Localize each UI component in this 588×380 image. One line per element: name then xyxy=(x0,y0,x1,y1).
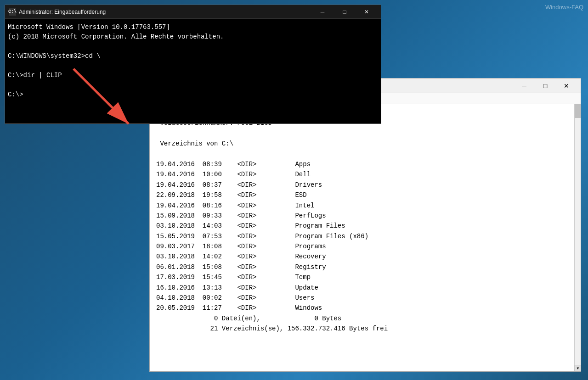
notepad-titlebar-buttons: ─ □ ✕ xyxy=(514,78,577,93)
notepad-content: Datenträger in Laufwerk C: ist OS Volume… xyxy=(150,104,574,371)
notepad-maximize-button[interactable]: □ xyxy=(535,78,556,93)
notepad-scrollbar[interactable]: ▲ ▼ xyxy=(574,104,581,371)
cmd-titlebar: C:\ Administrator: Eingabeaufforderung ─… xyxy=(5,5,381,19)
cmd-titlebar-buttons: ─ □ ✕ xyxy=(312,5,377,19)
cmd-icon: C:\ xyxy=(9,8,16,16)
cmd-title: Administrator: Eingabeaufforderung xyxy=(19,9,312,15)
cmd-window: C:\ Administrator: Eingabeaufforderung ─… xyxy=(5,5,381,124)
cmd-close-button[interactable]: ✕ xyxy=(356,5,377,19)
notepad-minimize-button[interactable]: ─ xyxy=(514,78,535,93)
cmd-maximize-button[interactable]: □ xyxy=(334,5,355,19)
cmd-minimize-button[interactable]: ─ xyxy=(312,5,333,19)
scrollbar-down-button[interactable]: ▼ xyxy=(575,365,581,371)
notepad-close-button[interactable]: ✕ xyxy=(556,78,577,93)
scrollbar-thumb[interactable] xyxy=(575,104,581,118)
notepad-body: Datenträger in Laufwerk C: ist OS Volume… xyxy=(150,104,581,371)
watermark-text: Windows-FAQ xyxy=(545,4,583,11)
cmd-content: Microsoft Windows [Version 10.0.17763.55… xyxy=(5,19,381,103)
